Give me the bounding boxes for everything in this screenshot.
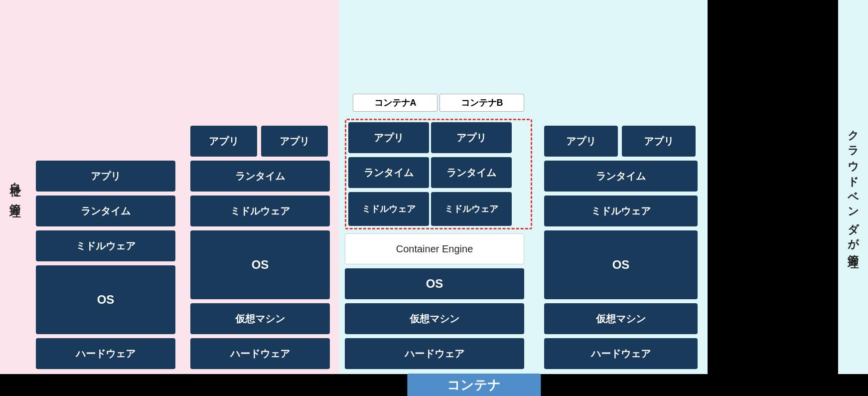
s2-app1: アプリ [190, 126, 257, 157]
section-4: アプリ アプリ ランタイム ミドルウェア OS 仮想マシン ハードウェア [538, 0, 708, 374]
s4-middleware: ミドルウェア [544, 196, 698, 226]
s4-runtime: ランタイム [544, 161, 698, 192]
ca-app: アプリ [348, 122, 429, 153]
container-a-label: コンテナA [353, 94, 437, 112]
s1-hardware: ハードウェア [36, 338, 175, 369]
ca-runtime: ランタイム [348, 157, 429, 188]
s4-vm: 仮想マシン [544, 303, 698, 334]
s4-app1: アプリ [544, 126, 618, 157]
s2-vm: 仮想マシン [190, 303, 330, 334]
cb-middleware: ミドルウェア [431, 192, 512, 226]
columns-area: アプリ ランタイム ミドルウェア OS ハードウェア アプリ アプリ ランタイム… [30, 0, 838, 374]
container-engine: Container Engine [345, 233, 524, 264]
section-1: アプリ ランタイム ミドルウェア OS ハードウェア [30, 0, 184, 374]
s4-os: OS [544, 230, 698, 299]
bottom-bar: コンテナ [0, 374, 868, 396]
section-2: アプリ アプリ ランタイム ミドルウェア OS 仮想マシン ハードウェア [184, 0, 339, 374]
s1-os: OS [36, 265, 175, 334]
container-a-col: アプリ ランタイム ミドルウェア [348, 122, 429, 226]
dashed-container: アプリ ランタイム ミドルウェア アプリ ランタイム ミドルウェア [345, 119, 532, 229]
kontenah-bottom-label: コンテナ [407, 374, 541, 396]
s2-os: OS [190, 230, 330, 299]
s2-middleware: ミドルウェア [190, 196, 330, 226]
ca-middleware: ミドルウェア [348, 192, 429, 226]
left-label: 自社で管理 [0, 0, 30, 374]
s2-hardware: ハードウェア [190, 338, 330, 369]
s4-app2: アプリ [622, 126, 696, 157]
cb-runtime: ランタイム [431, 157, 512, 188]
s1-app: アプリ [36, 161, 175, 192]
container-b-label: コンテナB [439, 94, 524, 112]
section-3: コンテナA コンテナB アプリ ランタイム ミドルウェア アプリ ランタイム ミ… [339, 0, 538, 374]
s2-runtime: ランタイム [190, 161, 330, 192]
s4-hardware: ハードウェア [544, 338, 698, 369]
container-b-col: アプリ ランタイム ミドルウェア [431, 122, 512, 226]
s3-hardware: ハードウェア [345, 338, 524, 369]
s2-app2: アプリ [261, 126, 328, 157]
s3-vm: 仮想マシン [345, 303, 524, 334]
cb-app: アプリ [431, 122, 512, 153]
s1-middleware: ミドルウェア [36, 230, 175, 261]
s1-runtime: ランタイム [36, 196, 175, 226]
s3-os: OS [345, 268, 524, 299]
right-label: クラウドベンダが管理 [838, 0, 868, 374]
